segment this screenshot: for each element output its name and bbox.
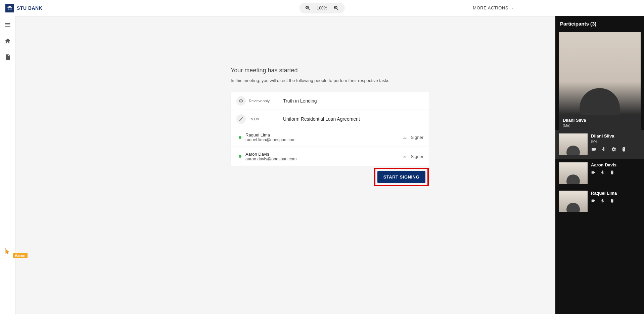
eye-icon [236,96,246,106]
meeting-subtitle: In this meeting, you will direct the fol… [231,78,429,83]
video-thumbnail [559,32,641,115]
home-icon[interactable] [4,38,11,44]
start-signing-highlight: START SIGNING [374,168,429,186]
signature-icon [403,154,408,159]
start-signing-button[interactable]: START SIGNING [377,171,425,183]
left-rail [0,16,15,314]
camera-icon[interactable] [591,170,596,175]
avatar [580,88,620,115]
mouse-icon[interactable] [610,198,614,203]
task-row: Review only Truth in Lending [231,92,429,110]
mouse-icon[interactable] [621,147,627,152]
divider [560,30,639,30]
signer-role: Signer [403,135,423,140]
participant-sub: (Me) [563,123,637,127]
signature-icon [403,135,408,140]
more-actions-menu[interactable]: MORE ACTIONS [473,5,514,10]
signer-role: Signer [403,154,423,159]
task-list: Review only Truth in Lending To Do Unifo… [231,92,429,166]
avatar [566,174,580,184]
remote-cursor-label: Aaron [13,253,28,258]
signer-email: aaron.davis@onespan.com [245,157,403,161]
signer-name: Aaron Davis [245,152,403,157]
participant-name: Dilani Silva [591,133,641,139]
mic-icon[interactable] [600,198,605,203]
participant-name: Raquel Lima [591,191,641,196]
signer-row: Aaron Davis aaron.davis@onespan.com Sign… [231,147,429,166]
zoom-out-icon[interactable] [305,5,311,11]
main-content: Your meeting has started In this meeting… [15,16,644,314]
participant-item[interactable]: Raquel Lima [555,187,644,215]
video-thumbnail [559,191,588,212]
remote-cursor: Aaron [4,248,28,258]
chevron-down-icon [510,6,514,10]
participant-item[interactable]: Dilani Silva (Me) [555,130,644,159]
camera-icon[interactable] [591,147,596,152]
participants-header: Participants (3) [555,16,644,30]
online-status-dot [239,155,241,158]
mic-icon[interactable] [601,147,606,152]
task-doc-name: Uniform Residential Loan Agreement [276,116,423,122]
menu-icon[interactable] [4,22,11,28]
more-actions-label: MORE ACTIONS [473,5,508,10]
mouse-icon[interactable] [610,170,614,175]
task-status: To Do [246,114,276,124]
participant-name: Aaron Davis [591,162,641,167]
signer-row: Raquel Lima raquel.lima@onespan.com Sign… [231,128,429,147]
meeting-card: Your meeting has started In this meeting… [231,67,429,186]
signer-name: Raquel Lima [245,132,403,138]
pencil-icon [236,114,246,124]
avatar [566,146,580,155]
document-icon[interactable] [4,54,11,61]
topbar: STU BANK 100% MORE ACTIONS [0,0,644,16]
zoom-level: 100% [317,6,327,10]
participant-item[interactable]: Aaron Davis [555,159,644,187]
participant-video-featured: Dilani Silva (Me) [559,32,641,130]
zoom-in-icon[interactable] [333,5,339,11]
brand: STU BANK [5,4,42,12]
task-status: Review only [246,95,276,106]
camera-icon[interactable] [591,198,596,203]
task-doc-name: Truth in Lending [276,98,423,104]
participant-name: Dilani Silva [563,118,637,123]
mic-icon[interactable] [600,170,605,175]
zoom-control: 100% [300,3,345,13]
participants-panel: Participants (3) Dilani Silva (Me) Dilan… [555,16,644,314]
signer-email: raquel.lima@onespan.com [245,138,403,142]
online-status-dot [239,136,241,139]
gear-icon[interactable] [611,147,616,152]
cursor-icon [4,248,11,255]
participant-sub: (Me) [591,139,641,143]
video-thumbnail [559,162,588,184]
meeting-title: Your meeting has started [231,67,429,74]
bank-logo-icon [5,4,14,12]
app-body: Your meeting has started In this meeting… [0,16,644,314]
video-thumbnail [559,133,588,155]
brand-name: STU BANK [17,5,42,11]
task-row: To Do Uniform Residential Loan Agreement [231,110,429,128]
avatar [566,203,580,212]
